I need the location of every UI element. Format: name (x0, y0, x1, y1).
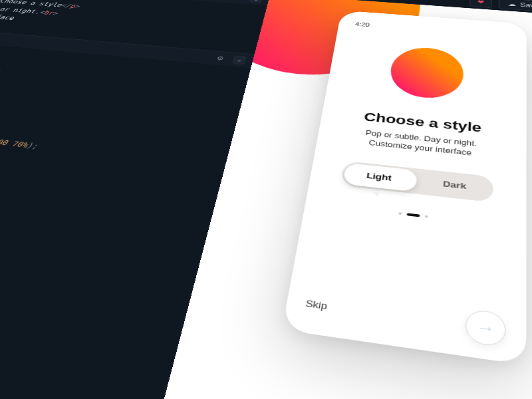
css-collapse-icon[interactable]: ⌄ (232, 55, 247, 65)
save-label: Save (520, 1, 532, 9)
heart-icon: ❤ (477, 0, 484, 5)
html-collapse-icon[interactable]: ⌄ (249, 0, 263, 3)
skip-button[interactable]: Skip (305, 297, 328, 311)
switch-option-dark[interactable]: Dark (416, 168, 494, 202)
html-settings-icon[interactable]: ⚙ (234, 0, 243, 1)
page-indicator (398, 212, 428, 218)
status-bar-time: 4:20 (354, 21, 370, 28)
switch-option-light[interactable]: Light (340, 161, 418, 194)
cloud-icon: ☁ (507, 1, 516, 7)
like-button[interactable]: ❤ (469, 0, 492, 8)
next-button[interactable]: → (465, 309, 506, 348)
theme-switch[interactable]: Light Dark ☟ (340, 161, 494, 203)
css-settings-icon[interactable]: ⚙ (215, 55, 225, 62)
gradient-circle (388, 45, 465, 101)
arrow-right-icon: → (476, 318, 495, 338)
